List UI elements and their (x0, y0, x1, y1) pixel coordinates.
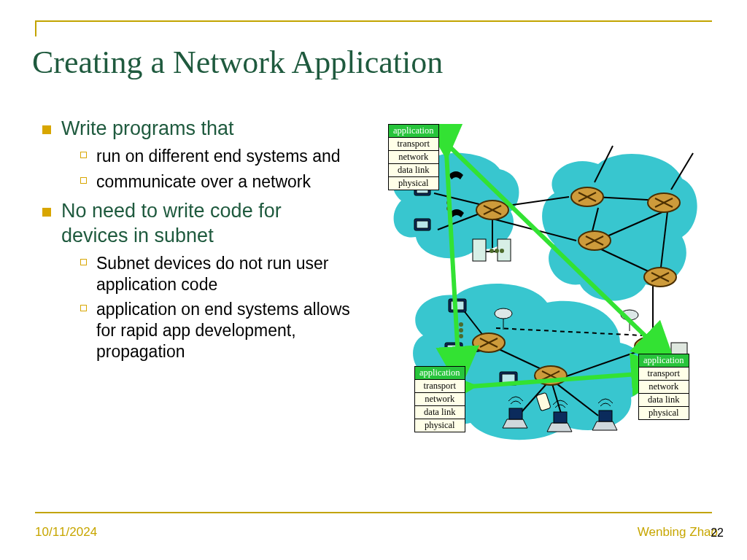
svg-rect-36 (498, 239, 511, 261)
bullet-1-text: Write programs that (61, 117, 234, 139)
layer-physical: physical (638, 407, 689, 420)
svg-rect-34 (417, 221, 428, 228)
svg-point-43 (459, 322, 463, 327)
svg-rect-59 (599, 411, 612, 421)
layer-physical: physical (388, 177, 439, 190)
svg-point-44 (459, 328, 463, 332)
layer-network: network (388, 151, 439, 164)
stack-bottom-right: application transport network data link … (638, 354, 689, 420)
footer-author: Wenbing Zhao (638, 525, 718, 540)
layer-application: application (638, 354, 689, 368)
bullet-1-a: run on different end systems and (79, 146, 353, 167)
page-number: 22 (711, 526, 724, 540)
svg-rect-35 (473, 239, 486, 261)
svg-rect-58 (554, 412, 567, 423)
layer-datalink: data link (638, 394, 689, 407)
bullet-2-a: Subnet devices do not run user applicati… (79, 253, 353, 295)
footer-date: 10/11/2024 (35, 525, 97, 540)
slide-body: Write programs that run on different end… (32, 117, 353, 370)
bullet-1: Write programs that run on different end… (32, 117, 353, 192)
bullet-2: No need to write code for devices in sub… (32, 199, 353, 362)
layer-transport: transport (414, 380, 465, 393)
layer-datalink: data link (388, 164, 439, 177)
bottom-rule (35, 512, 712, 513)
svg-point-52 (495, 308, 512, 319)
layer-physical: physical (414, 419, 465, 432)
layer-application: application (414, 366, 465, 380)
svg-point-40 (489, 249, 494, 253)
top-rule (35, 20, 712, 36)
bullet-1-b: communicate over a network (79, 171, 353, 192)
layer-transport: transport (388, 138, 439, 151)
svg-rect-57 (509, 408, 522, 419)
network-figure: application transport network data link … (379, 124, 704, 452)
slide-title: Creating a Network Application (32, 44, 443, 81)
layer-datalink: data link (414, 406, 465, 419)
layer-application: application (388, 124, 439, 138)
stack-top-left: application transport network data link … (388, 124, 439, 190)
layer-network: network (414, 393, 465, 406)
bullet-2-b: application on end systems allows for ra… (79, 299, 353, 362)
svg-point-42 (500, 249, 504, 253)
bullet-2-text: No need to write code for devices in sub… (61, 200, 282, 246)
slide: Creating a Network Application Write pro… (0, 0, 747, 560)
stack-bottom-left: application transport network data link … (414, 366, 465, 432)
layer-network: network (638, 381, 689, 394)
layer-transport: transport (638, 368, 689, 381)
svg-point-41 (495, 249, 499, 253)
svg-point-45 (459, 334, 463, 338)
